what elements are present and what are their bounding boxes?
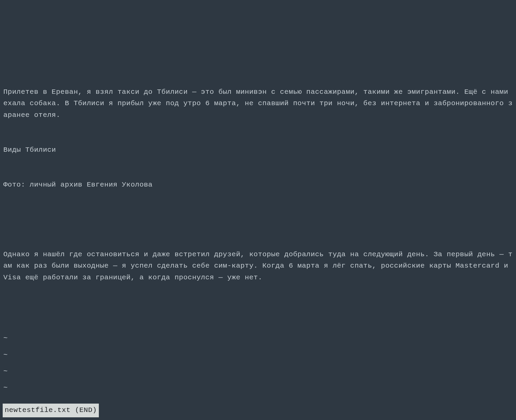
empty-line-tilde: ~	[3, 347, 516, 363]
caption-credit: Фото: личный архив Евгения Уколова	[3, 179, 513, 191]
file-content: Прилетев в Ереван, я взял такси до Тбили…	[0, 63, 516, 307]
paragraph-2: Однако я нашёл где остановиться и даже в…	[3, 249, 513, 284]
empty-line-tilde: ~	[3, 363, 516, 379]
status-position: (END)	[75, 406, 97, 414]
empty-line-tilde: ~	[3, 379, 516, 396]
empty-line-tilde: ~	[3, 330, 516, 346]
status-filename: newtestfile.txt	[5, 406, 71, 414]
terminal-viewport[interactable]: Прилетев в Ереван, я взял такси до Тбили…	[0, 0, 516, 420]
pager-status-bar: newtestfile.txt (END)	[3, 404, 99, 417]
caption-heading: Виды Тбилиси	[3, 144, 513, 156]
paragraph-1: Прилетев в Ереван, я взял такси до Тбили…	[3, 86, 513, 121]
